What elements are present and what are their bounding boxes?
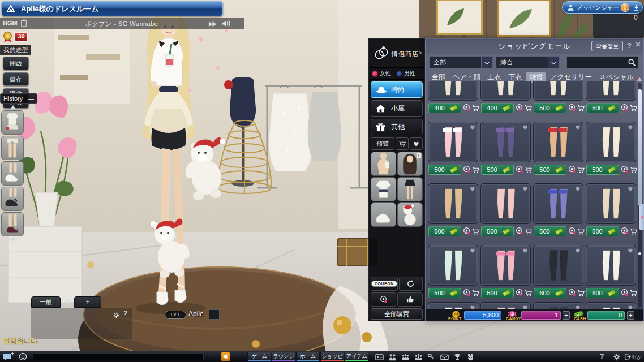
item-cell[interactable] — [533, 302, 583, 309]
favorite-heart-icon[interactable] — [574, 303, 581, 309]
taskbar-button-1[interactable]: ラウンジ — [272, 352, 295, 361]
save-style-button[interactable]: 儲存 — [3, 72, 29, 86]
item-cell[interactable]: 500 — [480, 122, 531, 177]
try-on-icon[interactable] — [462, 227, 471, 238]
trophy-icon[interactable] — [453, 353, 462, 362]
add-to-cart-icon[interactable] — [630, 289, 637, 299]
try-on-icon[interactable] — [515, 288, 523, 299]
item-cell[interactable]: 400 — [428, 81, 478, 115]
female-label[interactable]: 女性 — [380, 70, 391, 77]
add-to-cart-icon[interactable] — [525, 166, 532, 176]
add-to-cart-icon[interactable] — [577, 166, 585, 176]
chat-input[interactable] — [33, 353, 204, 360]
history-scroll-down-icon[interactable] — [10, 238, 16, 242]
grid-scrollbar[interactable] — [638, 83, 642, 308]
item-cell[interactable]: 500 — [533, 122, 583, 177]
mall-tab-5[interactable]: アクセサリー — [547, 72, 594, 83]
taskbar-button-2[interactable]: ホーム — [296, 352, 320, 361]
try-on-icon[interactable] — [568, 227, 576, 238]
try-on-icon[interactable] — [568, 165, 576, 176]
male-label[interactable]: 男性 — [404, 70, 415, 77]
preview-item-hair[interactable]: i — [397, 152, 423, 176]
favorite-heart-icon[interactable] — [627, 246, 634, 256]
preview-item-body[interactable] — [371, 152, 396, 176]
info-icon[interactable]: i — [417, 153, 421, 158]
item-cell[interactable]: 600 — [586, 245, 636, 300]
favorite-heart-icon[interactable] — [469, 123, 476, 133]
refresh-button[interactable] — [399, 277, 423, 291]
male-radio[interactable] — [397, 71, 402, 76]
item-cell[interactable]: 400 — [480, 81, 531, 115]
skip-track-icon[interactable] — [208, 21, 217, 28]
taskbar-help-button[interactable]: ? — [600, 352, 604, 360]
couple-shop-expand-icon[interactable]: > — [419, 49, 422, 56]
add-to-cart-icon[interactable] — [577, 227, 585, 238]
mall-help-button[interactable]: ? — [627, 41, 632, 50]
add-to-cart-icon[interactable] — [472, 289, 479, 299]
item-cell[interactable]: 500 — [480, 183, 531, 239]
favorite-heart-icon[interactable] — [627, 123, 634, 133]
history-item-shorts[interactable] — [1, 136, 24, 160]
try-on-icon[interactable] — [462, 104, 471, 114]
try-on-icon[interactable] — [620, 288, 629, 299]
open-style-button[interactable]: 開啟 — [3, 57, 29, 70]
window-title-bar[interactable]: Aplle様のドレスルーム — [1, 1, 223, 16]
item-cell[interactable]: 600 — [533, 245, 583, 300]
mall-tab-2[interactable]: 上衣 — [484, 72, 504, 83]
item-cell[interactable]: 500 — [428, 122, 478, 177]
try-on-icon[interactable] — [462, 165, 471, 176]
female-radio[interactable] — [372, 71, 377, 76]
chat-tab-general[interactable]: 一般 — [31, 296, 61, 308]
category-dropdown[interactable]: 全部 — [429, 56, 493, 68]
try-on-icon[interactable] — [620, 165, 629, 176]
scrollbar-handle[interactable] — [638, 89, 642, 205]
chat-panel-gear-icon[interactable] — [113, 311, 119, 317]
try-on-icon[interactable] — [620, 227, 629, 238]
item-cell[interactable]: 500 — [586, 122, 636, 177]
try-on-icon[interactable] — [568, 288, 576, 299]
history-item-heels[interactable] — [1, 212, 24, 236]
mall-tab-1[interactable]: ヘア・顔 — [450, 72, 483, 83]
favorite-heart-icon[interactable] — [627, 184, 634, 195]
cash-add-button[interactable]: + — [627, 311, 634, 320]
search-icon[interactable] — [628, 58, 636, 67]
couple-shop-header[interactable]: 情侶商店 > — [369, 39, 424, 67]
favorite-heart-icon[interactable] — [522, 184, 529, 195]
like-button[interactable] — [397, 292, 423, 307]
preview-item-top[interactable] — [371, 177, 396, 201]
history-item-outfit[interactable] — [1, 110, 24, 135]
add-to-cart-icon[interactable] — [472, 227, 479, 238]
shop-menu-2[interactable]: 其他 — [371, 119, 423, 135]
add-to-cart-icon[interactable] — [577, 289, 585, 299]
try-on-icon[interactable] — [620, 104, 629, 114]
scrollbar-up-arrow-icon[interactable] — [637, 77, 642, 81]
wear-info-button[interactable]: 착용정보 — [591, 41, 623, 51]
try-on-icon[interactable] — [515, 227, 523, 238]
favorite-heart-icon[interactable] — [574, 123, 581, 133]
preview-item-shoes[interactable] — [371, 202, 396, 227]
favorite-heart-icon[interactable] — [522, 123, 529, 133]
add-to-cart-icon[interactable] — [525, 104, 532, 114]
friends-icon[interactable] — [401, 353, 410, 362]
favorite-heart-icon[interactable] — [574, 184, 581, 195]
candy-add-button[interactable]: + — [563, 311, 570, 320]
preview-item-bear[interactable] — [397, 202, 423, 227]
add-to-cart-icon[interactable] — [630, 227, 637, 238]
shop-menu-0[interactable]: 時尚 — [371, 81, 423, 98]
history-item-sandals[interactable] — [1, 187, 24, 211]
taskbar-button-0[interactable]: ゲーム — [247, 352, 271, 361]
exit-door-icon[interactable] — [624, 353, 632, 362]
add-to-cart-icon[interactable] — [577, 104, 585, 114]
taskbar-button-4[interactable]: アイテム — [345, 352, 368, 361]
try-on-icon[interactable] — [515, 165, 523, 176]
chat-add-tab-button[interactable]: + — [74, 296, 101, 308]
add-to-cart-icon[interactable] — [525, 289, 532, 299]
preview-button[interactable]: 預覽 — [371, 137, 394, 150]
add-to-cart-icon[interactable] — [630, 104, 637, 114]
messenger-minimize-icon[interactable] — [633, 5, 639, 11]
item-cell[interactable]: 500 — [586, 183, 636, 239]
chat-bubble-add-icon[interactable] — [3, 352, 14, 362]
mall-close-button[interactable]: × — [636, 40, 641, 50]
profile-card-icon[interactable] — [375, 353, 384, 362]
history-header[interactable]: History — — [0, 93, 37, 104]
